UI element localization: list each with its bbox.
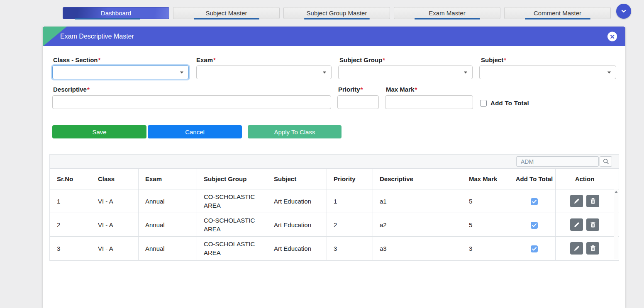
table-row: 2VI - AAnnualCO-SCHOLASTIC AREAArt Educa…	[50, 213, 619, 237]
column-header: Subject	[267, 169, 327, 189]
required-marker: *	[361, 86, 363, 93]
edit-row-button[interactable]	[570, 242, 583, 255]
panel-titlebar: Exam Descriptive Master ✕	[43, 27, 625, 46]
column-header	[614, 169, 619, 189]
cell-max-mark: 5	[462, 213, 513, 237]
add-to-total-label: Add To Total	[490, 99, 529, 107]
cell-sr-no: 1	[50, 189, 91, 213]
tab-comment-master[interactable]: Comment Master	[504, 7, 611, 19]
scroll-up-arrow-icon[interactable]	[615, 191, 618, 193]
tab-underline	[524, 18, 590, 19]
cell-class: VI - A	[91, 213, 139, 237]
trash-icon	[590, 198, 595, 204]
table-row: 1VI - AAnnualCO-SCHOLASTIC AREAArt Educa…	[50, 189, 619, 213]
column-header: Descriptive	[373, 169, 462, 189]
delete-row-button[interactable]	[586, 195, 599, 207]
cell-add-to-total	[513, 213, 556, 237]
row-checkbox-checked[interactable]	[531, 198, 538, 205]
search-icon	[603, 158, 609, 165]
table-body: 1VI - AAnnualCO-SCHOLASTIC AREAArt Educa…	[50, 189, 619, 260]
tab-label: Comment Master	[534, 10, 581, 17]
chevron-down-icon	[464, 71, 467, 73]
edit-row-button[interactable]	[570, 218, 583, 231]
edit-pencil-icon	[574, 245, 580, 251]
edit-pencil-icon	[574, 198, 580, 204]
required-marker: *	[87, 86, 90, 93]
tab-label: Subject Group Master	[307, 10, 367, 17]
table-toolbar	[50, 155, 619, 168]
cell-subject: Art Education	[267, 189, 327, 213]
descriptive-table-card: Sr.NoClassExamSubject GroupSubjectPriori…	[49, 154, 619, 261]
required-marker: *	[98, 56, 101, 63]
cell-subject-group: CO-SCHOLASTIC AREA	[197, 237, 267, 260]
cell-add-to-total	[513, 237, 556, 260]
class-section-dropdown[interactable]	[52, 65, 189, 79]
exam-label: Exam*	[196, 56, 216, 63]
cell-exam: Annual	[139, 213, 197, 237]
cell-max-mark: 5	[462, 189, 513, 213]
add-to-total-checkbox[interactable]	[480, 100, 487, 107]
edit-pencil-icon	[574, 222, 580, 228]
cell-subject-group: CO-SCHOLASTIC AREA	[197, 213, 267, 237]
apply-to-class-button[interactable]: Apply To Class	[248, 125, 342, 138]
cell-subject-group: CO-SCHOLASTIC AREA	[197, 189, 267, 213]
chevron-down-icon	[607, 71, 611, 73]
cell-sr-no: 3	[50, 237, 91, 260]
tab-label: Dashboard	[101, 10, 131, 17]
delete-row-button[interactable]	[586, 242, 599, 255]
close-icon[interactable]: ✕	[607, 32, 617, 41]
tab-subject-group-master[interactable]: Subject Group Master	[283, 7, 390, 19]
cell-max-mark: 3	[462, 237, 513, 260]
cell-subject: Art Education	[267, 237, 327, 260]
tab-label: Exam Master	[429, 10, 465, 17]
delete-row-button[interactable]	[586, 218, 599, 231]
subject-dropdown[interactable]	[479, 65, 616, 79]
table-scrollbar[interactable]	[614, 189, 618, 259]
tab-exam-master[interactable]: Exam Master	[394, 7, 500, 19]
descriptive-label: Descriptive*	[53, 86, 90, 93]
priority-input[interactable]	[337, 95, 379, 109]
cell-action	[556, 237, 614, 260]
collapse-chevron-button[interactable]	[616, 4, 631, 19]
max-mark-input[interactable]	[385, 95, 473, 109]
cell-descriptive: a1	[373, 189, 462, 213]
add-to-total-checkbox-row[interactable]: Add To Total	[480, 99, 529, 107]
edit-row-button[interactable]	[570, 195, 583, 207]
table-row: 3VI - AAnnualCO-SCHOLASTIC AREAArt Educa…	[50, 237, 619, 260]
cell-add-to-total	[513, 189, 556, 213]
subject-group-dropdown[interactable]	[338, 65, 473, 79]
max-mark-label: Max Mark*	[386, 86, 417, 93]
column-header: Class	[91, 169, 139, 189]
subject-label: Subject*	[481, 56, 506, 63]
save-button[interactable]: Save	[52, 125, 146, 138]
chevron-down-icon	[180, 71, 183, 73]
descriptive-input[interactable]	[52, 95, 331, 109]
tab-underline	[193, 18, 259, 19]
exam-dropdown[interactable]	[196, 65, 332, 79]
row-checkbox-checked[interactable]	[531, 245, 538, 252]
column-header: Action	[556, 169, 614, 189]
tab-subject-master[interactable]: Subject Master	[173, 7, 280, 19]
required-marker: *	[415, 86, 417, 93]
descriptive-table: Sr.NoClassExamSubject GroupSubjectPriori…	[50, 168, 619, 260]
top-tab-bar: Dashboard Subject Master Subject Group M…	[63, 7, 611, 19]
table-header-row: Sr.NoClassExamSubject GroupSubjectPriori…	[50, 169, 619, 189]
cell-subject: Art Education	[267, 213, 327, 237]
column-header: Max Mark	[462, 169, 513, 189]
search-input[interactable]	[516, 156, 599, 167]
column-header: Exam	[139, 169, 197, 189]
column-header: Sr.No	[50, 169, 91, 189]
tab-label: Subject Master	[205, 10, 247, 17]
exam-descriptive-master-panel: Exam Descriptive Master ✕ Class - Sectio…	[43, 27, 625, 308]
cell-exam: Annual	[139, 237, 197, 260]
cell-action	[556, 189, 614, 213]
search-button[interactable]	[600, 156, 612, 167]
tab-underline	[414, 18, 480, 19]
cancel-button[interactable]: Cancel	[148, 125, 242, 138]
page-title: Exam Descriptive Master	[60, 33, 134, 40]
required-marker: *	[504, 56, 506, 63]
tab-dashboard[interactable]: Dashboard	[63, 7, 169, 19]
chevron-down-icon	[620, 8, 627, 15]
cell-descriptive: a2	[373, 213, 462, 237]
row-checkbox-checked[interactable]	[531, 222, 538, 229]
